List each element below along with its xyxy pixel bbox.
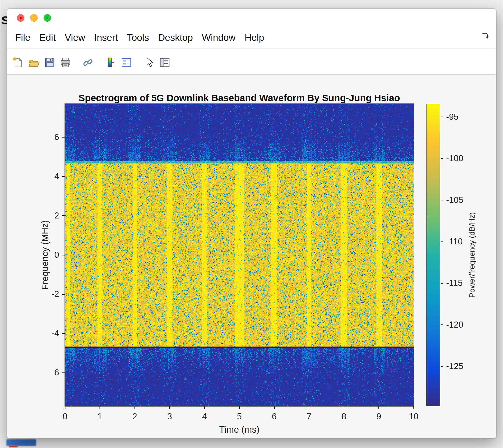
y-tick-mark — [62, 294, 65, 295]
y-tick-label: 0 — [34, 250, 59, 260]
y-tick-mark — [62, 176, 65, 177]
colorbar-tick-label: -100 — [446, 153, 480, 163]
y-tick-label: -4 — [34, 328, 59, 338]
colorbar-tick-label: -120 — [446, 320, 480, 330]
background-window-fragment — [6, 439, 36, 446]
axes — [65, 103, 414, 406]
x-tick-mark — [100, 406, 100, 409]
x-tick-mark — [274, 406, 275, 409]
x-tick-label: 0 — [54, 412, 76, 421]
colorbar-tick-mark — [441, 117, 443, 117]
y-tick-mark — [62, 215, 65, 216]
x-tick-label: 9 — [368, 412, 390, 421]
x-tick-mark — [169, 406, 170, 409]
colorbar-tick-label: -125 — [446, 361, 480, 371]
x-tick-label: 6 — [263, 412, 285, 421]
x-tick-label: 1 — [89, 412, 111, 421]
background-window-fragment-underline — [9, 446, 17, 447]
background-window-edge — [499, 0, 499, 448]
x-tick-label: 4 — [193, 412, 216, 421]
x-tick-mark — [65, 406, 66, 409]
x-tick-mark — [204, 406, 205, 409]
spectrogram-heatmap — [65, 104, 414, 406]
x-tick-mark — [309, 406, 309, 409]
colorbar-tick-mark — [441, 324, 443, 325]
plot: Spectrogram of 5G Downlink Baseband Wave… — [7, 9, 496, 438]
colorbar-tick-label: -95 — [446, 112, 480, 122]
colorbar-tick-mark — [441, 283, 443, 284]
colorbar-tick-mark — [441, 241, 443, 242]
colorbar-tick-mark — [441, 200, 443, 200]
y-tick-mark — [62, 255, 65, 256]
x-tick-label: 10 — [402, 412, 425, 421]
y-tick-label: 4 — [34, 171, 59, 181]
x-tick-label: 2 — [123, 412, 146, 421]
x-tick-label: 8 — [333, 412, 355, 421]
background-window-edge — [502, 0, 502, 448]
x-tick-mark — [134, 406, 135, 409]
colorbar-tick-label: -115 — [446, 278, 480, 288]
colorbar-tick-label: -110 — [446, 237, 480, 246]
colorbar-tick-label: -105 — [446, 195, 480, 205]
matlab-figure-window: FileEditViewInsertToolsDesktopWindowHelp — [7, 9, 496, 439]
y-tick-mark — [62, 333, 65, 334]
x-tick-label: 7 — [298, 412, 320, 421]
x-tick-label: 5 — [228, 412, 251, 421]
x-tick-mark — [413, 406, 414, 409]
y-tick-mark — [62, 137, 65, 138]
colorbar-tick-mark — [441, 158, 443, 159]
y-tick-label: -2 — [34, 289, 59, 299]
colorbar-tick-mark — [441, 366, 443, 367]
x-tick-mark — [378, 406, 379, 409]
x-tick-mark — [239, 406, 240, 409]
x-tick-mark — [344, 406, 344, 409]
y-tick-label: -6 — [34, 368, 59, 377]
y-tick-label: 6 — [34, 132, 59, 142]
y-tick-mark — [62, 372, 65, 373]
x-tick-label: 3 — [158, 412, 181, 421]
x-axis-label: Time (ms) — [65, 425, 414, 435]
plot-title: Spectrogram of 5G Downlink Baseband Wave… — [65, 93, 414, 103]
colorbar — [426, 104, 440, 406]
y-tick-label: 2 — [34, 211, 59, 221]
